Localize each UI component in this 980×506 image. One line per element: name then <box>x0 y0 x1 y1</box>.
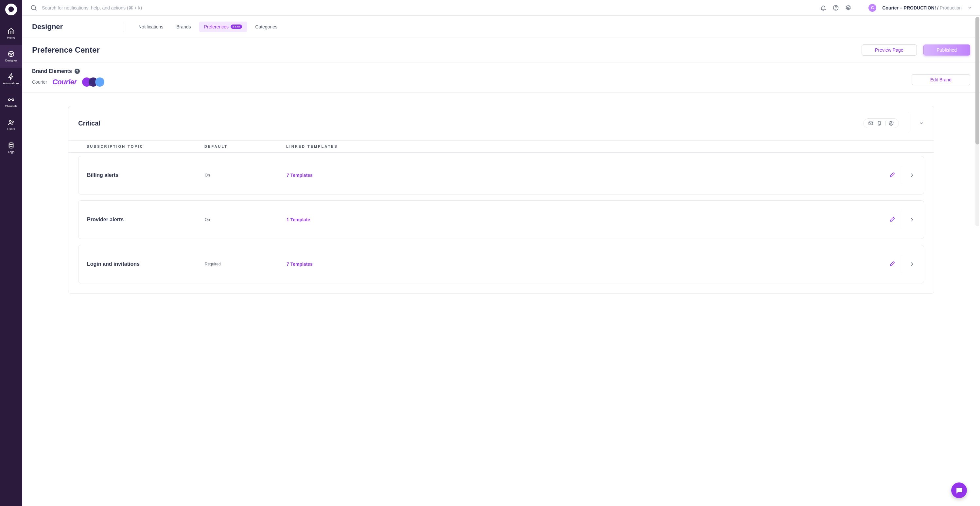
svg-point-7 <box>12 121 13 122</box>
edit-icon[interactable] <box>889 261 895 267</box>
row-default: On <box>205 217 286 222</box>
th-linked: LINKED TEMPLATES <box>286 144 870 148</box>
svg-point-15 <box>879 124 879 125</box>
edit-icon[interactable] <box>889 172 895 178</box>
sidebar-item-users[interactable]: Users <box>0 113 22 136</box>
svg-point-9 <box>32 5 36 10</box>
row-name: Billing alerts <box>87 172 205 178</box>
th-topic: SUBSCRIPTION TOPIC <box>87 144 204 148</box>
chevron-down-icon[interactable] <box>967 6 972 10</box>
divider <box>124 22 124 32</box>
brand-heading: Brand Elements ? <box>32 68 104 74</box>
chevron-right-icon[interactable] <box>909 261 915 267</box>
sidebar-item-label: Automations <box>3 82 19 85</box>
search-icon <box>30 4 37 11</box>
workspace-name: Courier – PRODUCTION! / <box>882 5 939 11</box>
brand-section: Brand Elements ? Courier Courier Edit Br… <box>22 62 980 93</box>
table-head: SUBSCRIPTION TOPIC DEFAULT LINKED TEMPLA… <box>68 140 934 153</box>
row-name: Provider alerts <box>87 217 205 223</box>
color-swatches <box>82 78 104 87</box>
app-logo[interactable] <box>5 3 17 15</box>
tab-brands[interactable]: Brands <box>171 22 196 32</box>
sidebar-item-label: Users <box>7 127 15 131</box>
mobile-icon <box>877 121 882 126</box>
row-default: Required <box>205 262 286 266</box>
tab-preferences[interactable]: Preferences BETA <box>199 22 248 32</box>
sidebar: Home Designer Automations Channels Users… <box>0 0 22 506</box>
tab-notifications[interactable]: Notifications <box>133 22 169 32</box>
help-icon[interactable] <box>832 5 839 11</box>
svg-point-4 <box>8 99 11 101</box>
table-row: Provider alerts On 1 Template <box>78 200 924 239</box>
published-button[interactable]: Published <box>923 44 970 56</box>
svg-point-2 <box>12 53 13 54</box>
svg-point-1 <box>10 53 11 54</box>
sidebar-item-home[interactable]: Home <box>0 22 22 45</box>
page-title: Preference Center <box>32 46 100 55</box>
beta-badge: BETA <box>231 24 242 29</box>
svg-point-5 <box>12 99 14 101</box>
sidebar-item-automations[interactable]: Automations <box>0 68 22 90</box>
svg-point-8 <box>9 143 13 145</box>
chat-icon <box>955 486 963 494</box>
tab-label: Preferences <box>204 24 229 29</box>
brand-heading-text: Brand Elements <box>32 68 72 74</box>
search-input[interactable] <box>42 5 173 11</box>
channel-pills[interactable] <box>863 118 899 128</box>
page-header: Preference Center Preview Page Published <box>22 38 980 62</box>
section-title: Designer <box>32 22 124 31</box>
preference-card: Critical SUB <box>68 106 934 293</box>
edit-icon[interactable] <box>889 216 895 223</box>
brand-logo: Courier <box>52 78 77 86</box>
row-templates-link[interactable]: 7 Templates <box>286 173 869 178</box>
bell-icon[interactable] <box>820 5 827 11</box>
table-row: Login and invitations Required 7 Templat… <box>78 245 924 283</box>
scrollbar[interactable] <box>975 17 979 226</box>
sidebar-item-logs[interactable]: Logs <box>0 136 22 159</box>
svg-point-0 <box>8 51 14 57</box>
svg-point-12 <box>848 7 849 8</box>
tab-categories[interactable]: Categories <box>250 22 283 32</box>
row-templates-link[interactable]: 1 Template <box>286 217 869 222</box>
table-row: Billing alerts On 7 Templates <box>78 156 924 195</box>
sidebar-item-label: Logs <box>8 151 14 154</box>
topbar: C Courier – PRODUCTION! / Production <box>22 0 980 16</box>
edit-brand-button[interactable]: Edit Brand <box>912 74 970 85</box>
divider <box>885 121 886 125</box>
swatch <box>95 78 104 87</box>
help-badge-icon[interactable]: ? <box>75 69 80 74</box>
tabbar: Designer Notifications Brands Preference… <box>22 16 980 38</box>
gear-icon[interactable] <box>845 5 851 11</box>
chevron-right-icon[interactable] <box>909 216 915 223</box>
row-name: Login and invitations <box>87 261 205 267</box>
sidebar-item-designer[interactable]: Designer <box>0 45 22 68</box>
svg-point-11 <box>836 9 836 9</box>
svg-point-6 <box>10 121 11 122</box>
card-title: Critical <box>78 120 100 127</box>
row-default: On <box>205 173 286 178</box>
chevron-right-icon[interactable] <box>909 172 915 178</box>
chat-fab[interactable] <box>951 482 967 498</box>
row-templates-link[interactable]: 7 Templates <box>286 262 869 267</box>
avatar[interactable]: C <box>869 4 876 12</box>
mail-icon <box>868 121 873 126</box>
th-default: DEFAULT <box>204 144 286 148</box>
workspace-switcher[interactable]: Courier – PRODUCTION! / Production <box>882 5 962 11</box>
gear-icon <box>889 121 894 126</box>
sidebar-item-label: Designer <box>5 59 17 62</box>
sidebar-item-label: Home <box>7 36 15 39</box>
svg-point-16 <box>891 122 892 124</box>
preview-page-button[interactable]: Preview Page <box>862 44 916 56</box>
workspace-env: Production <box>939 5 962 11</box>
scrollbar-thumb[interactable] <box>975 17 979 144</box>
sidebar-item-channels[interactable]: Channels <box>0 90 22 113</box>
svg-point-3 <box>11 54 12 55</box>
sidebar-item-label: Channels <box>5 105 18 108</box>
brand-name: Courier <box>32 79 47 85</box>
chevron-down-icon[interactable] <box>919 121 924 126</box>
